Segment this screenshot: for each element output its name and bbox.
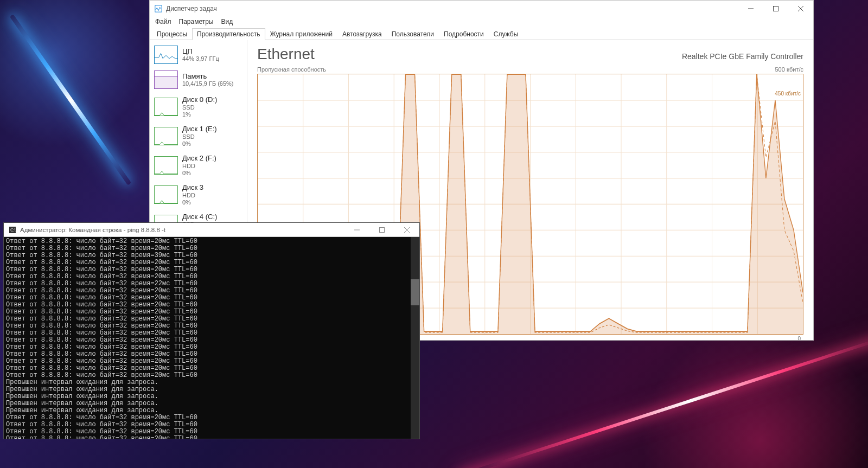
svg-text:C:\: C:\ bbox=[10, 228, 16, 233]
sidebar-thumb-icon bbox=[154, 46, 178, 64]
svg-rect-2 bbox=[774, 7, 778, 11]
tab-users[interactable]: Пользователи bbox=[387, 28, 439, 40]
sidebar-item-sub2: 1% bbox=[182, 111, 217, 118]
sidebar-item-disk-3[interactable]: Диск 1 (E:)SSD0% bbox=[150, 121, 247, 151]
close-button[interactable] bbox=[394, 223, 419, 236]
adapter-name: Realtek PCIe GbE Family Controller bbox=[682, 52, 803, 61]
sidebar-item-sub2: 0% bbox=[182, 199, 203, 206]
svg-rect-31 bbox=[380, 227, 385, 232]
sidebar-thumb-icon bbox=[154, 70, 178, 89]
sidebar-item-sub: HDD bbox=[182, 163, 216, 170]
taskmgr-menubar: Файл Параметры Вид bbox=[150, 17, 813, 28]
sidebar-thumb-icon bbox=[154, 156, 178, 175]
maximize-button[interactable] bbox=[763, 1, 788, 17]
perf-title: Ethernet bbox=[257, 46, 315, 63]
minimize-button[interactable] bbox=[344, 223, 369, 236]
tab-processes[interactable]: Процессы bbox=[152, 28, 192, 40]
maximize-button[interactable] bbox=[369, 223, 394, 236]
cmd-scrollbar-track[interactable] bbox=[411, 237, 419, 439]
sidebar-item-sub: HDD bbox=[182, 192, 203, 199]
cmd-output[interactable]: Ответ от 8.8.8.8: число байт=32 время=20… bbox=[4, 237, 419, 439]
cmd-title: Администратор: Командная строка - ping 8… bbox=[20, 227, 344, 233]
sidebar-item-cpu-0[interactable]: ЦП44% 3,97 ГГц bbox=[150, 42, 247, 67]
tab-services[interactable]: Службы bbox=[489, 28, 523, 40]
taskmgr-title: Диспетчер задач bbox=[166, 5, 738, 12]
sidebar-item-title: Диск 3 bbox=[182, 183, 203, 192]
chart-scale: 500 кбит/с bbox=[775, 66, 803, 73]
minimize-button[interactable] bbox=[738, 1, 763, 17]
sidebar-item-sub: SSD bbox=[182, 133, 217, 140]
cmd-scrollbar-thumb[interactable] bbox=[411, 279, 419, 305]
sidebar-item-title: Диск 4 (C:) bbox=[182, 213, 217, 221]
close-button[interactable] bbox=[788, 1, 813, 17]
sidebar-item-disk-5[interactable]: Диск 3HDD0% bbox=[150, 180, 247, 209]
cmd-window: C:\ Администратор: Командная строка - pi… bbox=[3, 222, 420, 439]
sidebar-item-disk-4[interactable]: Диск 2 (F:)HDD0% bbox=[150, 151, 247, 180]
sidebar-item-sub2: 0% bbox=[182, 140, 217, 148]
sidebar-item-title: ЦП bbox=[182, 47, 219, 56]
tab-performance[interactable]: Производительность bbox=[192, 28, 265, 40]
tab-details[interactable]: Подробности bbox=[439, 28, 489, 40]
sidebar-item-title: Память bbox=[182, 72, 234, 81]
taskmgr-icon bbox=[154, 4, 163, 13]
sidebar-item-sub: 10,4/15,9 ГБ (65%) bbox=[182, 80, 234, 87]
sidebar-item-disk-2[interactable]: Диск 0 (D:)SSD1% bbox=[150, 92, 247, 121]
taskmgr-tabs: Процессы Производительность Журнал прило… bbox=[150, 28, 813, 40]
sidebar-item-title: Диск 2 (F:) bbox=[182, 154, 216, 163]
cmd-line: Ответ от 8.8.8.8: число байт=32 время=20… bbox=[6, 435, 417, 439]
sidebar-item-mem-1[interactable]: Память10,4/15,9 ГБ (65%) bbox=[150, 67, 247, 92]
wallpaper-glow bbox=[597, 332, 868, 468]
sidebar-thumb-icon bbox=[154, 127, 178, 145]
taskmgr-titlebar[interactable]: Диспетчер задач bbox=[150, 1, 813, 17]
tab-startup[interactable]: Автозагрузка bbox=[337, 28, 387, 40]
wallpaper-glow bbox=[0, 0, 163, 163]
sidebar-item-title: Диск 1 (E:) bbox=[182, 125, 217, 133]
chart-caption: Пропускная способность bbox=[257, 66, 326, 73]
menu-file[interactable]: Файл bbox=[155, 18, 171, 25]
chart-tick-label: 450 кбит/с bbox=[775, 91, 801, 97]
sidebar-item-title: Диск 0 (D:) bbox=[182, 95, 217, 104]
sidebar-thumb-icon bbox=[154, 98, 178, 116]
tab-app-history[interactable]: Журнал приложений bbox=[265, 28, 337, 40]
svg-rect-5 bbox=[155, 76, 177, 89]
chart-x-end: 0 bbox=[797, 336, 801, 340]
cmd-icon: C:\ bbox=[8, 226, 17, 234]
sidebar-item-sub2: 0% bbox=[182, 170, 216, 177]
sidebar-item-sub: 44% 3,97 ГГц bbox=[182, 55, 219, 62]
sidebar-item-sub: SSD bbox=[182, 104, 217, 111]
menu-view[interactable]: Вид bbox=[221, 18, 233, 25]
menu-options[interactable]: Параметры bbox=[179, 18, 214, 25]
cmd-titlebar[interactable]: C:\ Администратор: Командная строка - pi… bbox=[4, 223, 419, 237]
sidebar-thumb-icon bbox=[154, 185, 178, 204]
